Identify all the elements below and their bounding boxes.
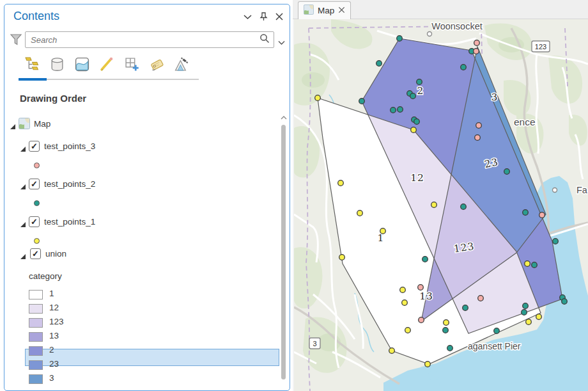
test_points_1-point [526, 319, 532, 325]
list-by-editing-icon[interactable] [98, 56, 115, 72]
layer-label[interactable]: test_points_2 [44, 179, 95, 189]
map-node-icon [19, 118, 30, 132]
list-by-data-source-icon[interactable] [49, 56, 65, 72]
test_points_2-point [417, 79, 422, 85]
test_points_2-point [397, 36, 403, 42]
layer-checkbox[interactable] [29, 179, 40, 189]
legend-label: 13 [49, 331, 59, 340]
close-icon[interactable] [275, 13, 283, 20]
symbol-row[interactable] [4, 157, 279, 173]
svg-text:agansett Pier: agansett Pier [468, 341, 521, 351]
svg-text:2: 2 [417, 85, 424, 97]
expand-triangle-icon[interactable] [10, 121, 16, 127]
layer-checkbox[interactable] [29, 216, 40, 227]
collapse-chevron-icon[interactable] [244, 14, 252, 20]
legend-swatch[interactable] [29, 332, 43, 342]
tree-row-layer[interactable]: test_points_1 [4, 214, 279, 230]
map-node-label[interactable]: Map [34, 119, 50, 129]
test_points_1-point [338, 180, 344, 186]
test_points_3-point [475, 135, 481, 141]
search-icon[interactable] [259, 33, 270, 46]
tree-row-map[interactable]: Map [4, 116, 279, 132]
layer-checkbox[interactable] [29, 141, 40, 152]
layer-label[interactable]: test_points_1 [44, 217, 95, 227]
scrollbar-thumb[interactable] [281, 125, 286, 379]
tree-row-layer[interactable]: test_points_3 [4, 138, 279, 155]
test_points_2-point [391, 108, 396, 113]
legend-swatch[interactable] [29, 304, 43, 314]
svg-text:13: 13 [419, 291, 433, 302]
test_points_1-point [339, 255, 345, 260]
expand-triangle-icon[interactable] [20, 219, 26, 225]
legend-swatch[interactable] [29, 318, 43, 328]
list-by-drawing-order-icon[interactable] [24, 56, 40, 72]
tree-row-union[interactable]: union [4, 246, 279, 262]
test_points_2-point [523, 303, 529, 309]
test_points_2-point [443, 328, 449, 333]
legend-field-label: category [29, 271, 62, 281]
symbol-row[interactable] [4, 195, 279, 211]
expand-triangle-icon[interactable] [20, 251, 26, 257]
point-symbol-swatch[interactable] [34, 163, 40, 168]
svg-text:ence: ence [514, 116, 536, 127]
test_points_2-point [398, 107, 403, 113]
filter-funnel-icon[interactable] [10, 33, 22, 49]
panel-scrollbar[interactable] [280, 112, 288, 388]
legend-swatch[interactable] [29, 346, 43, 356]
legend-swatch[interactable] [29, 360, 43, 370]
search-dropdown-chevron-icon[interactable] [278, 36, 285, 48]
legend-label: 23 [49, 359, 59, 369]
map-view[interactable]: WoonsocketenceFaagansett Pier 1233 23231… [294, 19, 588, 391]
legend-field-row: category [4, 268, 279, 285]
point-symbol-swatch[interactable] [34, 200, 40, 206]
test_points_1-point [431, 202, 437, 208]
tree-row-layer[interactable]: test_points_2 [4, 176, 279, 193]
map-tab-icon [304, 4, 314, 17]
test_points_1-point [425, 362, 431, 367]
legend-swatch[interactable] [29, 290, 43, 299]
contents-panel-zone: Contents [0, 0, 293, 391]
app-window: Contents [0, 0, 588, 391]
legend-row[interactable]: 1 [4, 287, 279, 301]
legend-row[interactable]: 2 [4, 343, 279, 357]
layer-label[interactable]: union [45, 249, 66, 259]
test_points_1-point [380, 228, 386, 234]
legend-row[interactable]: 13 [4, 329, 279, 343]
map-canvas[interactable]: WoonsocketenceFaagansett Pier 1233 23231… [294, 19, 588, 391]
list-by-labeling-icon[interactable] [148, 56, 165, 72]
tab-close-icon[interactable] [338, 6, 345, 15]
search-input[interactable] [26, 35, 259, 45]
legend-row[interactable]: 23 [4, 357, 279, 371]
drawing-order-heading: Drawing Order [20, 93, 86, 104]
search-box[interactable] [25, 31, 274, 48]
test_points_1-point [389, 348, 395, 354]
list-by-snapping-icon[interactable] [123, 56, 140, 72]
legend-row[interactable]: 123 [4, 315, 279, 329]
map-tab-label[interactable]: Map [318, 6, 334, 15]
list-by-charts-icon[interactable] [173, 56, 190, 72]
test_points_2-point [523, 210, 529, 216]
test_points_2-point [359, 99, 365, 104]
test_points_1-point [536, 314, 542, 320]
map-view-tab[interactable]: Map [298, 1, 351, 19]
test_points_1-point [525, 261, 530, 267]
legend-row[interactable]: 12 [4, 301, 279, 315]
layer-tree: Map test_points_3 test_points_2 [4, 108, 279, 391]
layer-checkbox[interactable] [30, 248, 41, 259]
test_points_2-point [414, 119, 420, 125]
view-tabbar: Map [293, 0, 588, 19]
test_points_1-point [411, 127, 417, 133]
expand-triangle-icon[interactable] [20, 143, 26, 150]
panel-title: Contents [13, 10, 59, 23]
list-by-selection-icon[interactable] [74, 56, 90, 72]
legend-label: 1 [49, 289, 54, 298]
test_points_1-point [444, 320, 449, 326]
expand-triangle-icon[interactable] [20, 181, 26, 188]
pin-icon[interactable] [259, 12, 268, 21]
point-symbol-swatch[interactable] [34, 238, 40, 244]
legend-row[interactable]: 3 [4, 371, 279, 385]
legend-label: 123 [49, 317, 64, 326]
test_points_2-point [532, 262, 538, 268]
layer-label[interactable]: test_points_3 [44, 141, 95, 151]
legend-swatch[interactable] [29, 374, 43, 384]
